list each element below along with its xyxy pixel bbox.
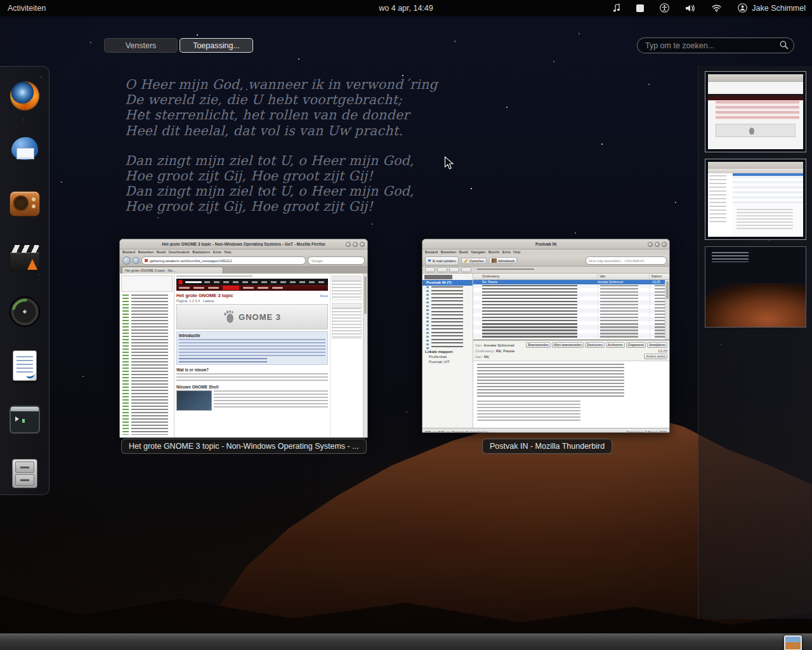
top-bar: Activiteiten wo 4 apr, 14:49 bbox=[0, 0, 812, 16]
column-date: Datum bbox=[650, 274, 669, 279]
window-label-firefox: Het grote GNOME 3 topic - Non-Windows Op… bbox=[121, 439, 367, 454]
poem-line-6: Hoe groot zijt Gij, Hoe groot zijt Gij! bbox=[125, 168, 438, 183]
message-preview-pane: Van Anneke Schimmel Beantwoorden Allen b… bbox=[473, 341, 669, 428]
forward-button: Doorsturen bbox=[585, 342, 605, 348]
tab-windows[interactable]: Vensters bbox=[104, 38, 178, 53]
poem-line-7: Dan zingt mijn ziel tot U, o Heer mijn G… bbox=[125, 183, 438, 199]
tray-photo-app-icon[interactable] bbox=[784, 635, 802, 650]
volume-icon[interactable] bbox=[685, 4, 695, 13]
overview-search bbox=[637, 37, 794, 53]
wifi-icon[interactable] bbox=[711, 4, 722, 12]
message-tray-bar bbox=[0, 633, 812, 650]
quick-filter-bar bbox=[422, 267, 669, 274]
intro-heading: Introductie bbox=[179, 333, 325, 338]
status-square-icon[interactable] bbox=[636, 4, 644, 12]
selected-message-row: Re: Passie Anneke Schimmel 13:25 bbox=[473, 280, 665, 284]
firefox-nav-toolbar: gathering.tweakers.net/forum/list_messag… bbox=[120, 255, 367, 267]
vinyl-recorder-icon bbox=[10, 296, 40, 327]
thunderbird-status-bar: 535 van 536 van Postvak IN downloaden On… bbox=[422, 428, 669, 433]
poem-line-3: Het sterrenlicht, het rollen van de dond… bbox=[125, 107, 438, 123]
folder-pane: Postvak IN (7) Lokale mappen Prullenbak … bbox=[422, 274, 473, 428]
user-icon bbox=[738, 3, 747, 13]
status-right: Ongelezen: 7 Totaal: 1979 bbox=[626, 430, 667, 433]
writer-document-icon bbox=[13, 350, 37, 381]
window-label-thunderbird: Postvak IN - Mozilla Thunderbird bbox=[482, 439, 612, 454]
music-note-icon[interactable] bbox=[613, 3, 620, 13]
sidebar-text-skeleton bbox=[121, 294, 173, 435]
reply-button: Beantwoorden bbox=[526, 342, 550, 348]
shell-screenshot-thumb bbox=[176, 390, 212, 411]
tab-applications[interactable]: Toepassing... bbox=[180, 38, 253, 53]
gnome-shell-overview: O Heer mijn God, wanneer ik in verwond´r… bbox=[0, 0, 812, 650]
message-list-scrollbar bbox=[665, 280, 669, 339]
window-buttons bbox=[648, 242, 667, 247]
dash-item-terminal[interactable] bbox=[10, 404, 40, 435]
dash-item-firefox[interactable] bbox=[10, 81, 40, 111]
thunderbird-icon bbox=[10, 135, 39, 164]
get-mail-button: E-mail ophalen bbox=[425, 256, 459, 265]
poem-line-5: Dan zingt mijn ziel tot U, o Heer mijn G… bbox=[125, 153, 438, 168]
movie-player-icon bbox=[10, 244, 40, 271]
firefox-page: Het grote GNOME 3 topic linux Pagina: 1 … bbox=[120, 274, 367, 438]
message-header: Van Anneke Schimmel Beantwoorden Allen b… bbox=[473, 341, 669, 361]
sender-name: Anneke Schimmel bbox=[483, 343, 514, 347]
topic-tag: linux bbox=[320, 294, 328, 298]
topic-pager: Pagina: 1 2 3 4 · Laatste bbox=[176, 299, 328, 303]
shell-heading: Nieuwe GNOME Shell bbox=[176, 385, 328, 389]
poem-line-1: O Heer mijn God, wanneer ik in verwond´r… bbox=[125, 77, 438, 92]
url-bar: gathering.tweakers.net/forum/list_messag… bbox=[141, 256, 306, 265]
folder-outbox: Postvak UIT bbox=[422, 360, 473, 365]
wallpaper-poem: O Heer mijn God, wanneer ik in verwond´r… bbox=[125, 77, 438, 215]
folder-inbox: Postvak IN (7) bbox=[422, 280, 473, 286]
thunderbird-title-text: Postvak IN bbox=[422, 242, 669, 246]
workspace-thumbnail-3[interactable] bbox=[705, 246, 806, 328]
overview-view-tabs: Vensters Toepassing... bbox=[104, 38, 253, 53]
gnome3-logo-text: GNOME 3 bbox=[239, 312, 281, 322]
folder-local: Lokale mappen bbox=[422, 349, 473, 355]
tweakers-logo-icon bbox=[178, 280, 183, 284]
search-input[interactable] bbox=[637, 37, 794, 53]
firefox-scrollbar bbox=[363, 274, 367, 438]
message-recipient: Mij bbox=[484, 355, 489, 359]
dash-item-sound-recorder[interactable] bbox=[10, 296, 40, 327]
window-thunderbird[interactable]: Postvak IN Bestand Bewerken Beeld Naviga… bbox=[422, 239, 670, 433]
other-actions-button: Andere acties bbox=[644, 354, 667, 359]
firefox-titlebar: Het grote GNOME 3 topic - Non-Windows Op… bbox=[120, 239, 367, 249]
poem-line-2: De wereld zie, die U hebt voortgebracht; bbox=[125, 92, 438, 107]
user-menu[interactable]: Jake Schimmel bbox=[738, 3, 806, 13]
window-buttons bbox=[346, 242, 365, 247]
dash-item-movie-player[interactable] bbox=[10, 242, 40, 273]
forum-nav-bar bbox=[176, 285, 328, 291]
forum-sidebar bbox=[120, 274, 174, 438]
column-subject: Onderwerp bbox=[473, 274, 598, 279]
workspace1-window-preview bbox=[708, 74, 803, 149]
window-firefox[interactable]: Het grote GNOME 3 topic - Non-Windows Op… bbox=[119, 239, 368, 438]
message-area: Onderwerp Van Datum Re: Passie Anneke Sc… bbox=[473, 274, 669, 428]
address-book-button: Adresboek bbox=[489, 257, 517, 264]
thunderbird-titlebar: Postvak IN bbox=[422, 239, 669, 249]
dash-item-music-player[interactable] bbox=[10, 189, 40, 219]
workspace-thumbnail-1[interactable] bbox=[705, 71, 806, 152]
intro-text-skeleton bbox=[179, 339, 325, 358]
account-row-skeleton bbox=[424, 275, 471, 279]
activities-button[interactable]: Activiteiten bbox=[0, 0, 53, 16]
message-body bbox=[473, 361, 669, 428]
url-text: gathering.tweakers.net/forum/list_messag… bbox=[150, 259, 232, 263]
whats-new-heading: Wat is er nieuw? bbox=[176, 368, 328, 372]
forum-main-column: Het grote GNOME 3 topic linux Pagina: 1 … bbox=[174, 274, 330, 438]
user-name: Jake Schimmel bbox=[752, 4, 806, 13]
dash-item-files[interactable] bbox=[10, 458, 40, 489]
dash-item-thunderbird[interactable] bbox=[10, 135, 40, 165]
firefox-search-field: Google bbox=[308, 256, 365, 265]
delete-button: Verwijderen bbox=[647, 342, 667, 348]
topic-heading: Het grote GNOME 3 topic bbox=[176, 293, 233, 298]
firefox-icon bbox=[10, 81, 39, 110]
dash bbox=[0, 66, 49, 495]
dash-item-writer[interactable] bbox=[10, 350, 40, 381]
forum-active-tab bbox=[223, 286, 239, 290]
site-favicon bbox=[145, 259, 148, 262]
accessibility-icon[interactable] bbox=[660, 3, 669, 13]
clock[interactable]: wo 4 apr, 14:49 bbox=[379, 4, 433, 13]
workspace-thumbnail-2[interactable] bbox=[705, 159, 806, 240]
breadcrumb-skeleton bbox=[176, 275, 252, 277]
